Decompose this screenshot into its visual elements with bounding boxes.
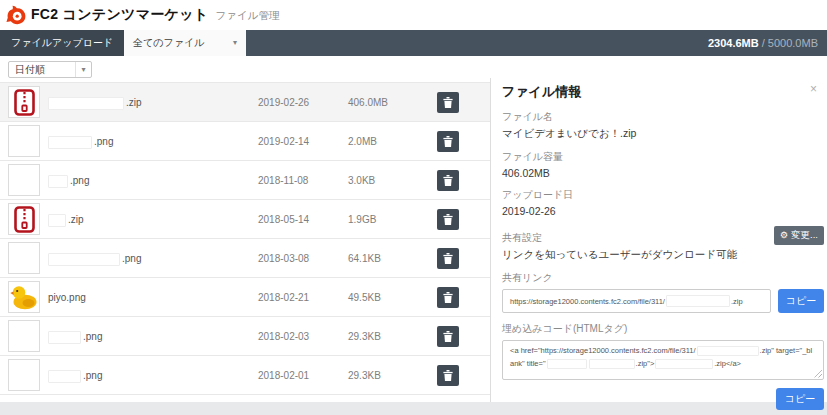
table-row[interactable]: .zip 2018-05-14 1.9GB (0, 200, 490, 239)
file-size: 29.3KB (348, 317, 381, 356)
delete-file-button[interactable] (437, 287, 459, 308)
trash-icon (443, 253, 453, 264)
table-row[interactable]: .png 2019-02-14 2.0MB (0, 122, 490, 161)
file-name: .zip (48, 200, 84, 239)
file-name-value: マイビデオまいびでお！.zip (502, 127, 824, 141)
file-name-label: ファイル名 (502, 110, 824, 124)
trash-icon (443, 175, 453, 186)
share-link-label: 共有リンク (502, 271, 824, 285)
app-header: FC2 コンテンツマーケット ファイル管理 (0, 0, 827, 30)
tab-file-upload[interactable]: ファイルアップロード (0, 30, 124, 56)
chevron-down-icon: ▾ (75, 62, 91, 77)
file-thumbnail (8, 320, 40, 352)
change-button-label: 変更... (791, 229, 818, 242)
file-list: .zip 2019-02-26 406.0MB .png 2019-02-14 … (0, 82, 490, 395)
file-size: 64.1KB (348, 239, 381, 278)
delete-file-button[interactable] (437, 326, 459, 347)
file-date: 2018-02-01 (258, 356, 309, 395)
sort-order-value: 日付順 (15, 63, 45, 77)
delete-file-button[interactable] (437, 365, 459, 386)
share-settings-description: リンクを知っているユーザーがダウンロード可能 (502, 248, 824, 262)
embed-code-text: .zip</a> (714, 359, 741, 368)
brand-title: FC2 コンテンツマーケット (31, 6, 209, 24)
zip-file-icon (14, 89, 35, 116)
storage-used: 2304.6MB (708, 37, 759, 49)
file-date: 2018-02-03 (258, 317, 309, 356)
share-link-suffix: .zip (731, 297, 743, 306)
file-info-panel: ファイル情報 × ファイル名 マイビデオまいびでお！.zip ファイル容量 40… (490, 78, 827, 402)
storage-total: / 5000.0MB (759, 37, 818, 49)
redacted-text (48, 331, 81, 344)
file-date: 2019-02-26 (258, 83, 309, 122)
embed-code-text: <a href="https://storage12000.contents.f… (510, 346, 696, 355)
file-size: 49.5KB (348, 278, 381, 317)
gear-icon: ⚙ (780, 231, 788, 240)
redacted-text (48, 370, 81, 383)
main-content: 日付順 ▾ .zip 2019-02-26 406.0MB (0, 56, 827, 402)
file-date: 2018-02-21 (258, 278, 309, 317)
file-size: 3.0KB (348, 161, 375, 200)
file-name: .png (48, 356, 102, 395)
delete-file-button[interactable] (437, 170, 459, 191)
redacted-text (48, 97, 124, 110)
table-row[interactable]: .png 2018-02-03 29.3KB (0, 317, 490, 356)
share-settings-label: 共有設定 (502, 231, 542, 245)
tab-all-files-label: 全てのファイル (133, 30, 204, 56)
redacted-text (48, 136, 92, 149)
file-name: .zip (48, 83, 142, 122)
redacted-text (48, 175, 68, 188)
embed-code-textarea[interactable]: <a href="https://storage12000.contents.f… (502, 340, 824, 380)
tab-bar: ファイルアップロード 全てのファイル ▾ 2304.6MB / 5000.0MB (0, 30, 827, 56)
file-size-value: 406.02MB (502, 167, 824, 179)
file-size: 29.3KB (348, 356, 381, 395)
file-name: .png (48, 161, 89, 200)
copy-link-button[interactable]: コピー (778, 289, 824, 313)
trash-icon (443, 136, 453, 147)
file-thumbnail (8, 125, 40, 157)
page-title: ファイル管理 (216, 7, 280, 23)
trash-icon (443, 331, 453, 342)
file-size: 406.0MB (348, 83, 388, 122)
file-size: 1.9GB (348, 200, 376, 239)
file-thumbnail (8, 86, 40, 118)
table-row[interactable]: piyo.png 2018-02-21 49.5KB (0, 278, 490, 317)
table-row[interactable]: .png 2018-03-08 64.1KB (0, 239, 490, 278)
storage-usage: 2304.6MB / 5000.0MB (708, 30, 827, 56)
file-date: 2019-02-14 (258, 122, 309, 161)
file-date: 2018-03-08 (258, 239, 309, 278)
file-name: .png (48, 317, 102, 356)
file-name: piyo.png (48, 278, 86, 317)
fc2-logo-icon (6, 5, 27, 26)
tab-all-files[interactable]: 全てのファイル ▾ (124, 30, 246, 56)
trash-icon (443, 97, 453, 108)
file-name: .png (48, 239, 141, 278)
file-thumbnail (8, 281, 40, 313)
close-icon[interactable]: × (810, 83, 817, 95)
copy-embed-code-button[interactable]: コピー (776, 388, 824, 410)
delete-file-button[interactable] (437, 209, 459, 230)
resize-handle[interactable] (814, 370, 822, 378)
redacted-text (697, 346, 759, 356)
delete-file-button[interactable] (437, 248, 459, 269)
redacted-text (48, 253, 120, 266)
table-row[interactable]: .png 2018-02-01 29.3KB (0, 356, 490, 395)
table-row[interactable]: .png 2018-11-08 3.0KB (0, 161, 490, 200)
trash-icon (443, 214, 453, 225)
redacted-text (655, 359, 713, 369)
upload-date-value: 2019-02-26 (502, 205, 824, 217)
duck-image-thumbnail (10, 284, 38, 310)
table-row[interactable]: .zip 2019-02-26 406.0MB (0, 83, 490, 122)
file-date: 2018-11-08 (258, 161, 308, 200)
file-thumbnail (8, 203, 40, 235)
share-link-input[interactable]: https://storage12000.contents.fc2.com/fi… (502, 289, 771, 313)
trash-icon (443, 292, 453, 303)
zip-file-icon (14, 206, 35, 233)
redacted-text (666, 295, 730, 307)
delete-file-button[interactable] (437, 92, 459, 113)
sort-order-select[interactable]: 日付順 ▾ (8, 61, 92, 78)
change-share-settings-button[interactable]: ⚙ 変更... (774, 226, 824, 245)
delete-file-button[interactable] (437, 131, 459, 152)
trash-icon (443, 370, 453, 381)
embed-code-text: .zip"> (636, 359, 655, 368)
file-date: 2018-05-14 (258, 200, 309, 239)
